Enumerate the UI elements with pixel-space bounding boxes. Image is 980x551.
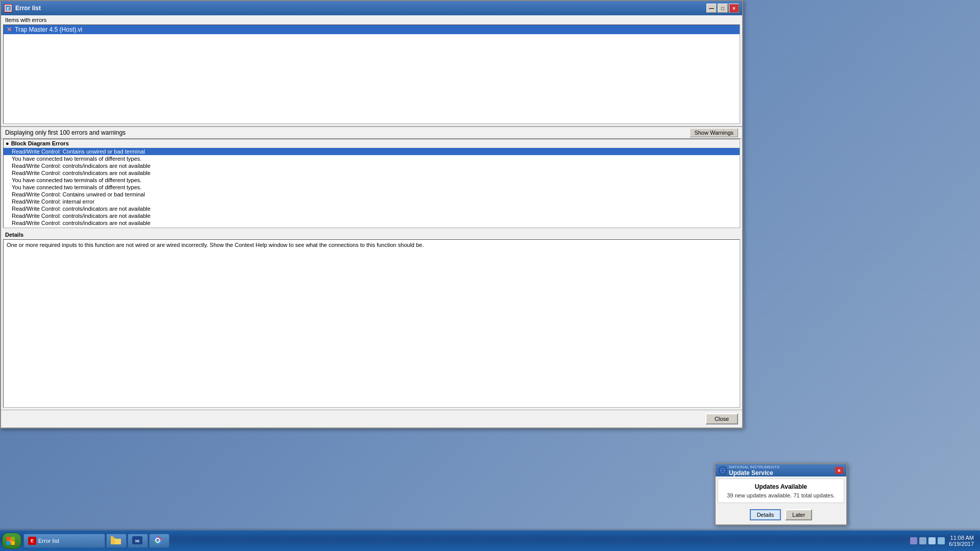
labview-icon: NI — [132, 536, 142, 545]
start-button[interactable] — [2, 533, 21, 549]
ni-logo-icon — [719, 466, 727, 474]
tray-icon-speaker — [928, 537, 936, 544]
details-button[interactable]: Details — [750, 509, 781, 520]
error-icon: ✕ — [6, 26, 13, 33]
popup-close-button[interactable]: × — [835, 467, 843, 474]
updates-title: Updates Available — [724, 483, 838, 490]
taskbar-tray-icons — [910, 537, 945, 544]
file-explorer-icon — [111, 536, 121, 545]
updates-text: 39 new updates available. 71 total updat… — [724, 492, 838, 498]
taskbar-item-file-explorer[interactable] — [106, 534, 127, 548]
ni-label: NATIONAL INSTRUMENTS — [729, 465, 779, 469]
taskbar-error-icon: E — [28, 537, 36, 545]
clock-date: 6/19/2017 — [949, 541, 974, 547]
error-items-container: Read/Write Control: Contains unwired or … — [4, 148, 740, 228]
error-item[interactable]: You have connected two terminals of diff… — [4, 184, 740, 191]
category-header: ● Block Diagram Errors — [4, 139, 740, 148]
errors-section: ● Block Diagram Errors Read/Write Contro… — [1, 139, 742, 410]
details-section: Details One or more required inputs to t… — [1, 230, 742, 410]
show-warnings-button[interactable]: Show Warnings — [690, 128, 738, 137]
red-x-icon: ✕ — [7, 26, 12, 33]
taskbar: E Error list NI — [0, 531, 980, 551]
popup-title-left: NATIONAL INSTRUMENTS Update Service — [719, 465, 779, 477]
svg-rect-7 — [111, 538, 115, 544]
error-list-title-icon: E — [4, 4, 12, 12]
svg-rect-9 — [115, 539, 121, 544]
error-item[interactable]: You have connected two terminals of diff… — [4, 177, 740, 184]
error-item[interactable]: Read/Write Control: controls/indicators … — [4, 205, 740, 212]
error-item[interactable]: Read/Write Control: Contains unwired or … — [4, 191, 740, 198]
error-list-window: E Error list — □ × Items with errors ✕ T… — [0, 0, 743, 429]
items-section-label: Items with errors — [1, 15, 742, 24]
svg-rect-5 — [7, 541, 10, 545]
popup-buttons: Details Later — [716, 505, 846, 524]
details-content: One or more required inputs to this func… — [3, 239, 740, 408]
error-item[interactable]: Read/Write Control: Contains unwired or … — [4, 227, 740, 228]
error-item[interactable]: Read/Write Control: Contains unwired or … — [4, 148, 740, 155]
bullet-icon: ● — [6, 140, 9, 146]
svg-rect-6 — [11, 541, 15, 545]
taskbar-item-chrome[interactable] — [149, 534, 169, 548]
svg-rect-3 — [7, 537, 10, 540]
error-item[interactable]: You have connected two terminals of diff… — [4, 155, 740, 162]
status-bar: Displaying only first 100 errors and war… — [1, 127, 742, 139]
popup-title: Update Service — [729, 469, 779, 477]
window-title: Error list — [15, 5, 41, 12]
svg-rect-4 — [11, 537, 15, 540]
category-label: Block Diagram Errors — [11, 140, 69, 146]
taskbar-item-labview[interactable]: NI — [128, 534, 148, 548]
error-item[interactable]: Read/Write Control: controls/indicators … — [4, 169, 740, 177]
error-item[interactable]: Read/Write Control: internal error — [4, 198, 740, 205]
tray-icon-1 — [910, 537, 917, 544]
chrome-icon — [154, 536, 162, 545]
error-item[interactable]: Read/Write Control: controls/indicators … — [4, 212, 740, 219]
error-item[interactable]: Read/Write Control: controls/indicators … — [4, 219, 740, 227]
close-button[interactable]: Close — [705, 413, 738, 424]
taskbar-item-label: Error list — [38, 538, 59, 544]
windows-orb-icon — [7, 537, 15, 545]
list-item[interactable]: ✕ Trap Master 4.5 (Host).vi — [4, 25, 740, 34]
svg-text:NI: NI — [135, 539, 139, 543]
details-text: One or more required inputs to this func… — [7, 242, 424, 248]
taskbar-item-error-list[interactable]: E Error list — [23, 534, 105, 548]
error-item[interactable]: Read/Write Control: controls/indicators … — [4, 162, 740, 169]
status-text: Displaying only first 100 errors and war… — [5, 129, 126, 136]
clock-time: 11:08 AM — [949, 535, 974, 541]
maximize-button[interactable]: □ — [718, 4, 728, 13]
svg-rect-8 — [111, 536, 113, 538]
popup-titlebar: NATIONAL INSTRUMENTS Update Service × — [716, 464, 846, 477]
window-bottom: Close — [1, 410, 742, 428]
details-label: Details — [1, 230, 742, 239]
errors-list-container[interactable]: ● Block Diagram Errors Read/Write Contro… — [3, 139, 740, 228]
taskbar-right: 11:08 AM 6/19/2017 — [910, 535, 974, 547]
titlebar-buttons: — □ × — [706, 4, 739, 13]
popup-content-box: Updates Available 39 new updates availab… — [718, 479, 844, 503]
items-list[interactable]: ✕ Trap Master 4.5 (Host).vi — [3, 24, 740, 124]
window-titlebar: E Error list — □ × — [1, 1, 742, 15]
later-button[interactable]: Later — [785, 509, 812, 520]
item-filename: Trap Master 4.5 (Host).vi — [15, 26, 82, 33]
close-window-button[interactable]: × — [729, 4, 739, 13]
taskbar-items: E Error list NI — [23, 534, 910, 548]
items-section: Items with errors ✕ Trap Master 4.5 (Hos… — [1, 15, 742, 127]
svg-text:E: E — [7, 6, 10, 11]
taskbar-time-display: 11:08 AM 6/19/2017 — [949, 535, 974, 547]
titlebar-left: E Error list — [4, 4, 41, 12]
tray-icon-2 — [919, 537, 926, 544]
tray-icon-network — [938, 537, 945, 544]
minimize-button[interactable]: — — [706, 4, 717, 13]
update-service-popup: NATIONAL INSTRUMENTS Update Service × Up… — [715, 463, 847, 525]
